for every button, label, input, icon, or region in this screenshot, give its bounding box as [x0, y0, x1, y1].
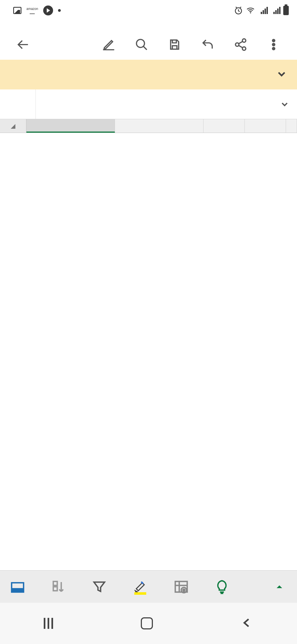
status-bar: amazon▁▁: [0, 0, 297, 21]
col-header-D[interactable]: [245, 119, 286, 133]
formula-expand-button[interactable]: [272, 99, 297, 109]
back-button[interactable]: [8, 32, 38, 57]
column-headers: ◢: [0, 119, 297, 133]
gallery-icon: [13, 7, 21, 14]
svg-point-1: [250, 12, 251, 13]
signal2-icon: [273, 7, 280, 14]
svg-point-8: [273, 47, 275, 50]
nav-back-button[interactable]: [241, 616, 253, 630]
signal1-icon: [261, 7, 268, 14]
sort-button[interactable]: [46, 574, 71, 599]
alarm-icon: [234, 6, 243, 15]
nav-home-button[interactable]: [141, 617, 153, 629]
save-button[interactable]: [160, 32, 190, 57]
wifi-icon: [246, 6, 255, 15]
more-button[interactable]: [258, 32, 289, 57]
svg-rect-13: [134, 592, 146, 594]
svg-point-6: [273, 39, 275, 42]
sheet-toolbar: [0, 570, 297, 603]
svg-rect-12: [53, 587, 57, 591]
fx-label: [0, 89, 36, 119]
sheet-tab-button[interactable]: [6, 574, 30, 599]
search-button[interactable]: [127, 32, 157, 57]
svg-point-5: [242, 47, 246, 50]
col-header-C[interactable]: [204, 119, 245, 133]
highlight-button[interactable]: [128, 574, 153, 599]
svg-point-16: [183, 589, 185, 591]
col-header-A[interactable]: [26, 119, 115, 133]
card-view-button[interactable]: [169, 574, 193, 599]
share-button[interactable]: [226, 32, 256, 57]
readonly-banner[interactable]: [0, 60, 297, 89]
top-toolbar: [0, 29, 297, 60]
system-nav-bar: [0, 603, 297, 644]
spreadsheet[interactable]: ◢: [0, 119, 297, 570]
col-header-B[interactable]: [115, 119, 204, 133]
undo-button[interactable]: [193, 32, 223, 57]
svg-rect-11: [53, 581, 57, 585]
select-all-corner[interactable]: ◢: [0, 119, 26, 133]
app-icon: amazon▁▁: [26, 7, 38, 14]
chevron-down-icon: [276, 68, 288, 81]
col-header-overflow[interactable]: [286, 119, 297, 133]
edit-button[interactable]: [94, 32, 124, 57]
nav-recents-button[interactable]: [44, 618, 53, 629]
filter-button[interactable]: [87, 574, 112, 599]
document-title: [0, 21, 297, 29]
battery-icon: [283, 6, 289, 15]
svg-point-2: [136, 39, 144, 47]
ideas-button[interactable]: [210, 574, 234, 599]
svg-point-3: [242, 39, 246, 42]
ribbon-expand-button[interactable]: [267, 574, 292, 599]
formula-input[interactable]: [36, 89, 272, 119]
svg-rect-10: [12, 588, 24, 592]
svg-point-4: [235, 43, 239, 47]
play-icon: [43, 6, 53, 15]
formula-bar: [0, 89, 297, 119]
more-notifications-icon: [58, 9, 61, 12]
svg-point-7: [273, 43, 275, 46]
